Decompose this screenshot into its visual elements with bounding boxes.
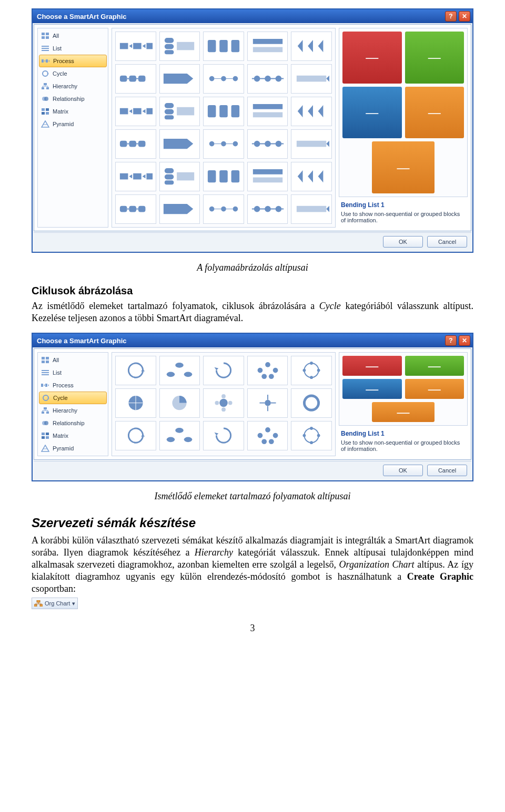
category-item-relationship[interactable]: Relationship — [39, 92, 107, 105]
layout-thumbnail[interactable] — [291, 162, 332, 191]
layout-thumbnail[interactable] — [159, 64, 200, 94]
category-item-cycle[interactable]: Cycle — [39, 392, 107, 404]
layout-thumbnail[interactable] — [247, 32, 288, 61]
category-item-process[interactable]: Process — [39, 55, 107, 67]
category-item-all[interactable]: All — [39, 29, 107, 42]
svg-rect-98 — [133, 173, 142, 180]
cancel-button[interactable]: Cancel — [427, 236, 467, 248]
layout-thumbnail[interactable] — [291, 194, 332, 224]
layout-thumbnail[interactable] — [247, 162, 288, 191]
layout-thumbnail[interactable] — [159, 97, 200, 126]
help-button[interactable]: ? — [445, 11, 457, 22]
layout-thumbnail[interactable] — [115, 421, 156, 450]
figure-caption-process: A folyamaábrázolás altípusai — [32, 262, 473, 273]
close-button[interactable]: ✕ — [459, 335, 470, 346]
layout-thumbnail[interactable] — [247, 421, 288, 450]
close-button[interactable]: ✕ — [459, 11, 470, 22]
layout-thumbnail[interactable] — [159, 356, 200, 385]
category-item-process[interactable]: Process — [39, 379, 107, 392]
svg-point-182 — [215, 401, 219, 405]
preview-description: Bending List 1 Use to show non-sequentia… — [339, 197, 468, 228]
titlebar[interactable]: Choose a SmartArt Graphic ? ✕ — [33, 334, 472, 347]
layout-thumbnail[interactable] — [159, 421, 200, 450]
svg-rect-153 — [46, 433, 49, 435]
titlebar[interactable]: Choose a SmartArt Graphic ? ✕ — [33, 9, 472, 23]
layout-thumbnail[interactable] — [115, 129, 156, 159]
category-item-relationship[interactable]: Relationship — [39, 417, 107, 429]
svg-marker-65 — [142, 109, 145, 114]
help-button[interactable]: ? — [445, 335, 457, 346]
svg-rect-66 — [146, 108, 153, 115]
category-item-matrix[interactable]: Matrix — [39, 105, 107, 118]
layout-thumbnail[interactable] — [291, 64, 332, 94]
svg-point-170 — [310, 362, 313, 365]
heading-szervezeti: Szervezeti sémák készítése — [32, 516, 473, 530]
preview-card: — — [405, 87, 464, 139]
layout-thumbnail[interactable] — [247, 388, 288, 418]
category-item-cycle[interactable]: Cycle — [39, 67, 107, 80]
layout-thumbnail[interactable] — [203, 388, 244, 418]
layout-thumbnail[interactable] — [115, 64, 156, 94]
svg-marker-43 — [308, 40, 313, 52]
figure-caption-cycle: Ismétlődő elemeket tartalmazó folyamatok… — [32, 491, 473, 502]
term-orgchart: Organization Chart — [339, 559, 415, 570]
layout-thumbnail[interactable] — [203, 129, 244, 159]
layout-thumbnail[interactable] — [203, 421, 244, 450]
layout-thumbnail[interactable] — [247, 97, 288, 126]
ok-button[interactable]: OK — [383, 465, 423, 476]
layout-thumbnail[interactable] — [203, 64, 244, 94]
category-item-hierarchy[interactable]: Hierarchy — [39, 404, 107, 417]
category-item-pyramid[interactable]: Pyramid — [39, 442, 107, 455]
layout-thumbnail[interactable] — [159, 388, 200, 418]
layout-thumbnail[interactable] — [159, 162, 200, 191]
layout-thumbnail[interactable] — [291, 32, 332, 61]
layout-thumbnail[interactable] — [159, 194, 200, 224]
layout-thumbnail[interactable] — [115, 162, 156, 191]
svg-rect-154 — [42, 436, 45, 439]
layout-thumbnail[interactable] — [291, 356, 332, 385]
layout-thumbnail[interactable] — [291, 129, 332, 159]
svg-marker-29 — [129, 44, 132, 48]
category-item-all[interactable]: All — [39, 354, 107, 366]
term-hierarchy: Hierarchy — [195, 547, 233, 558]
layout-thumbnail[interactable] — [203, 32, 244, 61]
svg-point-85 — [209, 141, 215, 147]
svg-rect-133 — [46, 361, 49, 363]
layout-thumbnail[interactable] — [203, 97, 244, 126]
chevron-down-icon: ▾ — [72, 600, 75, 607]
category-item-list[interactable]: List — [39, 366, 107, 379]
layout-thumbnail[interactable] — [115, 194, 156, 224]
layout-thumbnail[interactable] — [159, 129, 200, 159]
layout-thumbnail[interactable] — [115, 97, 156, 126]
layout-thumbnail[interactable] — [115, 388, 156, 418]
layout-thumbnail[interactable] — [115, 32, 156, 61]
layout-thumbnail[interactable] — [247, 194, 288, 224]
category-item-hierarchy[interactable]: Hierarchy — [39, 80, 107, 92]
svg-rect-35 — [165, 50, 174, 55]
svg-marker-163 — [214, 367, 218, 371]
cancel-button[interactable]: Cancel — [427, 465, 467, 476]
svg-rect-139 — [45, 384, 47, 387]
svg-marker-194 — [214, 433, 218, 436]
ok-button[interactable]: OK — [383, 236, 423, 248]
category-item-pyramid[interactable]: Pyramid — [39, 118, 107, 130]
category-item-list[interactable]: List — [39, 42, 107, 55]
paragraph-szervezeti: A korábbi külön választható szervezeti s… — [32, 535, 473, 595]
svg-rect-75 — [252, 112, 282, 118]
layout-thumbnail[interactable] — [291, 421, 332, 450]
layout-thumbnail[interactable] — [291, 388, 332, 418]
layout-thumbnail[interactable] — [203, 162, 244, 191]
layout-thumbnail[interactable] — [247, 129, 288, 159]
layout-thumbnail[interactable] — [247, 64, 288, 94]
svg-rect-152 — [42, 433, 45, 435]
layout-thumbnail[interactable] — [159, 32, 200, 61]
layout-thumbnail[interactable] — [203, 356, 244, 385]
category-item-matrix[interactable]: Matrix — [39, 429, 107, 442]
layout-thumbnail[interactable] — [115, 356, 156, 385]
orgchart-toolbar-button[interactable]: Org Chart ▾ — [32, 598, 78, 609]
svg-marker-61 — [326, 76, 329, 82]
svg-marker-129 — [326, 206, 329, 212]
layout-thumbnail[interactable] — [291, 97, 332, 126]
layout-thumbnail[interactable] — [203, 194, 244, 224]
layout-thumbnail[interactable] — [247, 356, 288, 385]
